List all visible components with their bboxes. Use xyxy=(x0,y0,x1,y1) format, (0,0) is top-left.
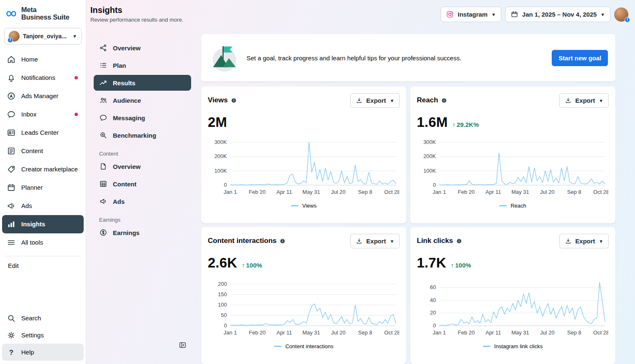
download-icon xyxy=(356,238,363,245)
sidebar-item-label: Content xyxy=(21,147,43,154)
sidebar-item-insights[interactable]: Insights xyxy=(2,215,84,233)
sidebar-item-creator-marketplace[interactable]: Creator marketplace xyxy=(2,160,84,178)
views-card: Views Export ▼ 2M ↑ 0100K200K300KJan xyxy=(201,87,406,223)
bell-icon xyxy=(7,73,16,82)
profile-avatar[interactable]: f xyxy=(614,7,628,22)
start-new-goal-button[interactable]: Start new goal xyxy=(552,50,608,66)
sidebar-item-label: Search xyxy=(21,314,41,322)
id-card-icon xyxy=(7,128,16,137)
sidebar-item-label: Notifications xyxy=(21,74,55,81)
insights-nav-label: Overview xyxy=(113,163,141,170)
insights-nav-overview[interactable]: Overview xyxy=(94,40,191,56)
info-icon[interactable] xyxy=(231,97,237,104)
svg-text:100K: 100K xyxy=(423,168,436,174)
sidebar-item-help[interactable]: Help xyxy=(2,344,84,361)
export-button[interactable]: Export ▼ xyxy=(350,234,400,248)
card-title: Content interactions xyxy=(208,237,276,245)
sidebar-item-inbox[interactable]: Inbox xyxy=(2,105,84,124)
insights-nav-audience[interactable]: Audience xyxy=(94,92,191,108)
info-icon[interactable] xyxy=(456,238,462,244)
insights-nav-label: Benchmarking xyxy=(113,132,156,139)
svg-text:Sep 8: Sep 8 xyxy=(567,329,581,336)
svg-text:Apr 11: Apr 11 xyxy=(276,189,292,195)
insights-nav-content-overview[interactable]: Overview xyxy=(94,158,191,174)
info-icon[interactable] xyxy=(279,238,286,244)
bar-chart-icon xyxy=(7,220,16,229)
share-network-icon xyxy=(99,44,107,52)
dollar-circle-icon xyxy=(99,228,107,237)
chevron-down-icon: ▼ xyxy=(390,239,394,244)
chevron-down-icon: ▼ xyxy=(491,12,496,17)
reach-chart: 0100K200K300KJan 1Feb 20Apr 11May 31Jul … xyxy=(417,135,609,201)
legend-label: Reach xyxy=(510,203,526,209)
sidebar-item-settings[interactable]: Settings xyxy=(2,327,84,344)
notification-dot xyxy=(75,113,78,116)
metric-delta: ↑29.2K% xyxy=(452,121,479,128)
header-controls: Instagram ▼ Jan 1, 2025 – Nov 4, 2025 ▼ … xyxy=(441,7,628,22)
pages-icon xyxy=(7,146,16,156)
brand: Meta Business Suite xyxy=(0,0,86,25)
metric-delta: ↑100% xyxy=(451,262,471,269)
svg-text:40: 40 xyxy=(430,297,436,303)
export-label: Export xyxy=(366,238,386,245)
insights-nav-plan[interactable]: Plan xyxy=(94,57,191,73)
chart-legend: Reach xyxy=(417,203,609,209)
insights-nav-content[interactable]: Content xyxy=(94,176,191,192)
sidebar-item-label: Help xyxy=(21,349,34,356)
svg-text:Oct 28: Oct 28 xyxy=(384,189,399,195)
sidebar-item-ads[interactable]: Ads xyxy=(2,197,84,215)
svg-text:Sep 8: Sep 8 xyxy=(567,189,581,195)
legend-swatch xyxy=(483,346,491,347)
account-name: Tanjore_oviya... xyxy=(23,33,67,40)
svg-text:Apr 11: Apr 11 xyxy=(486,189,501,195)
sidebar-item-leads-center[interactable]: Leads Center xyxy=(2,124,84,142)
metric-value: 1.7K xyxy=(417,255,446,271)
link-clicks-card: Link clicks Export ▼ 1.7K ↑100% 0204 xyxy=(410,227,615,364)
legend-swatch xyxy=(291,205,299,206)
svg-text:Apr 11: Apr 11 xyxy=(276,329,292,336)
chat-bubble-icon xyxy=(7,110,16,119)
home-icon xyxy=(7,55,16,64)
insights-nav-ads[interactable]: Ads xyxy=(94,193,191,209)
svg-text:200K: 200K xyxy=(423,153,436,159)
insights-nav-label: Results xyxy=(113,79,135,87)
sidebar-item-content[interactable]: Content xyxy=(2,142,84,160)
svg-text:Jul 20: Jul 20 xyxy=(331,189,346,195)
svg-text:20: 20 xyxy=(430,310,436,316)
ads-manager-icon xyxy=(7,92,16,101)
instagram-icon xyxy=(446,10,454,18)
date-range-button[interactable]: Jan 1, 2025 – Nov 4, 2025 ▼ xyxy=(505,7,610,22)
sidebar-item-all-tools[interactable]: All tools xyxy=(2,233,84,252)
insights-nav-messaging[interactable]: Messaging xyxy=(94,110,191,126)
chevron-down-icon: ▼ xyxy=(599,98,603,103)
collapse-panel-icon[interactable] xyxy=(179,341,187,349)
svg-text:100K: 100K xyxy=(214,168,227,174)
insights-nav-results[interactable]: Results xyxy=(94,75,191,91)
insights-nav-label: Plan xyxy=(113,62,126,69)
edit-link[interactable]: Edit xyxy=(0,256,86,269)
platform-selector-button[interactable]: Instagram ▼ xyxy=(441,7,501,22)
insights-content: Set a goal, track progress and learn hel… xyxy=(201,34,615,364)
sidebar-item-home[interactable]: Home xyxy=(2,50,84,69)
svg-text:Jan 1: Jan 1 xyxy=(224,329,237,336)
insights-nav-earnings[interactable]: Earnings xyxy=(94,225,191,240)
card-title: Views xyxy=(208,96,228,104)
svg-text:Jul 20: Jul 20 xyxy=(331,329,346,336)
sidebar-item-planner[interactable]: Planner xyxy=(2,178,84,197)
sidebar-item-label: Planner xyxy=(21,184,43,191)
page-subtitle: Review performance results and more. xyxy=(90,17,183,23)
svg-text:Jul 20: Jul 20 xyxy=(540,329,555,336)
info-icon[interactable] xyxy=(441,97,447,104)
account-selector[interactable]: f Tanjore_oviya... ▼ xyxy=(4,28,82,45)
svg-text:Jan 1: Jan 1 xyxy=(224,189,237,195)
sidebar-item-search[interactable]: Search xyxy=(2,310,84,327)
insights-nav-benchmarking[interactable]: Benchmarking xyxy=(94,127,191,143)
export-button[interactable]: Export ▼ xyxy=(559,93,609,108)
sidebar-item-ads-manager[interactable]: Ads Manager xyxy=(2,87,84,105)
sidebar-item-notifications[interactable]: Notifications xyxy=(2,69,84,87)
svg-text:Oct 28: Oct 28 xyxy=(593,189,608,195)
export-button[interactable]: Export ▼ xyxy=(350,93,400,108)
section-label-content: Content xyxy=(99,151,201,157)
document-icon xyxy=(99,162,107,171)
export-button[interactable]: Export ▼ xyxy=(559,234,609,248)
